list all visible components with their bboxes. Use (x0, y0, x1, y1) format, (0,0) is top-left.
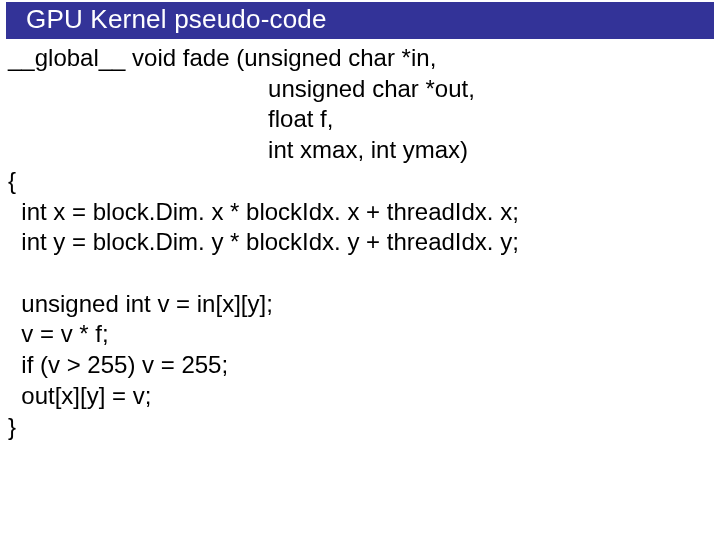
code-line: int xmax, int ymax) (8, 136, 468, 163)
code-line: v = v * f; (8, 320, 109, 347)
slide-title-bar: GPU Kernel pseudo-code (6, 2, 714, 39)
slide-title: GPU Kernel pseudo-code (26, 4, 327, 34)
code-block: __global__ void fade (unsigned char *in,… (0, 39, 720, 442)
code-line: if (v > 255) v = 255; (8, 351, 228, 378)
code-line: } (8, 413, 16, 440)
code-line: { (8, 167, 16, 194)
code-line: unsigned int v = in[x][y]; (8, 290, 273, 317)
code-line: float f, (8, 105, 333, 132)
slide: GPU Kernel pseudo-code __global__ void f… (0, 2, 720, 540)
code-line: int y = block.Dim. y * blockIdx. y + thr… (8, 228, 519, 255)
code-line: __global__ void fade (unsigned char *in, (8, 44, 436, 71)
code-line: unsigned char *out, (8, 75, 475, 102)
code-line: int x = block.Dim. x * blockIdx. x + thr… (8, 198, 519, 225)
code-line: out[x][y] = v; (8, 382, 151, 409)
